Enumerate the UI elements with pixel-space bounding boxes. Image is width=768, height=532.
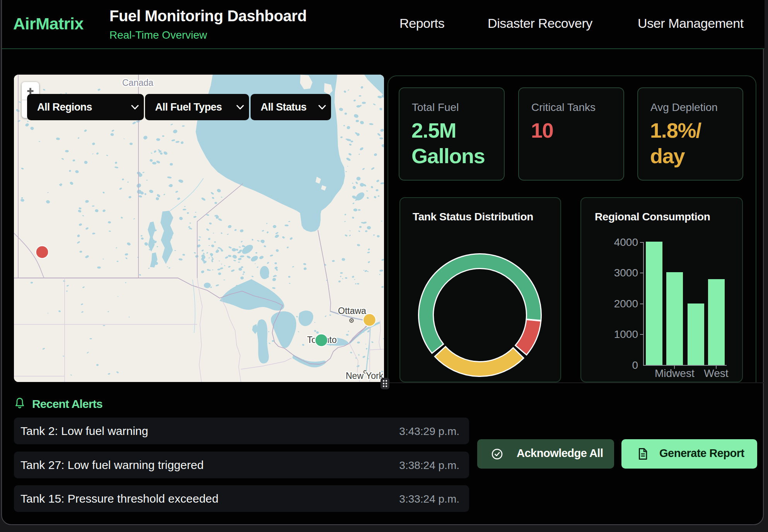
svg-text:Canada: Canada (122, 78, 154, 88)
svg-text:New York: New York (346, 371, 384, 381)
svg-text:Ottawa: Ottawa (338, 306, 366, 316)
